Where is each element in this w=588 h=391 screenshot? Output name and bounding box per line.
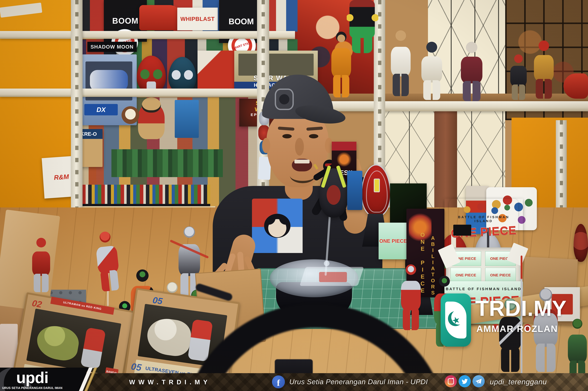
- box05-monster: [145, 316, 193, 358]
- figure-head: [136, 270, 148, 282]
- box02-hero: [80, 327, 106, 369]
- whipblast-box: WHIPBLAST: [177, 7, 218, 30]
- figure-body: [534, 55, 554, 81]
- box05-number-big: 05: [131, 361, 142, 373]
- boomco-label: BOOM: [112, 16, 139, 25]
- trdi-author-text: AMMAR ROZLAN: [476, 324, 558, 334]
- blue-mask-eye-left: [172, 70, 180, 80]
- photo-screenshot: BOOM SMART STICK WHIPBLAST BOOM SMART ST…: [0, 0, 588, 391]
- shadow-moon-stand: SHADOW MOON: [87, 42, 137, 52]
- footer-website-text: WWW.TRDI.MY: [129, 379, 211, 386]
- dx-bike-shape: [90, 70, 128, 91]
- man-nose-shadow: [295, 138, 304, 156]
- instagram-icon: [445, 375, 457, 387]
- figure-body: [461, 57, 482, 84]
- figure-body: [510, 66, 527, 86]
- army-figure-row: [111, 149, 223, 177]
- figure-head: [539, 40, 549, 51]
- updi-panel: ★ updi URUS SETIA PENERANGAN DARUL IMAN: [0, 368, 89, 391]
- facebook-f-glyph: f: [277, 378, 280, 388]
- red-popinica-toy: [564, 73, 588, 99]
- kabuto-red-box: [197, 51, 236, 90]
- op-packet-4-label: ONE PIECE: [490, 273, 511, 277]
- shelf-board-right: [296, 101, 588, 111]
- box05-number: 05: [152, 295, 163, 306]
- figure-legs: [333, 75, 349, 98]
- box02-window: [26, 308, 121, 376]
- figure-body: [96, 245, 119, 274]
- ooo-plush-boots: [352, 37, 372, 53]
- updi-logo-text: updi: [16, 369, 48, 387]
- figure-head: [406, 264, 416, 275]
- figure-head: [439, 276, 450, 287]
- v3-shelf-eye-left: [140, 69, 150, 79]
- v3-shelf-eye-right: [153, 69, 162, 79]
- figure-head: [514, 54, 523, 63]
- figure-body: [331, 48, 351, 78]
- action-figure-crown: [529, 40, 558, 99]
- action-figure-shanks: [506, 54, 531, 100]
- smart-stick-label-2: SMART STICK: [231, 41, 252, 50]
- boomco-label-2: BOOM: [229, 17, 254, 26]
- figure-legs: [403, 308, 419, 330]
- figure-head: [184, 226, 195, 238]
- tiny-figure-row: [79, 185, 210, 205]
- box02-monster: [34, 323, 81, 363]
- fes-red-band: [332, 142, 356, 151]
- figure-body: [401, 281, 421, 310]
- figure-legs: [393, 74, 409, 96]
- shelf-board-top-left: [0, 31, 295, 39]
- action-figure-red-right: [396, 264, 426, 330]
- figure-legs: [100, 270, 119, 292]
- fes-flame: [337, 152, 351, 167]
- updi-tagline-wrap: URUS SETIA PENERANGAN DARUL IMAN: [6, 386, 58, 390]
- instagram-lens-dot: [452, 378, 454, 379]
- mickey-face: [264, 214, 291, 238]
- man-ear-left: [262, 138, 270, 153]
- shadow-moon-label: SHADOW MOON: [91, 44, 134, 50]
- acrylic-joint: [324, 261, 329, 266]
- figure-head: [426, 42, 437, 53]
- ooo-plush-hands: [347, 14, 378, 21]
- op-header-card: BATTLE OF FISHMAN ISLAND ONE PIECE: [449, 198, 518, 249]
- trdi-logo-icon: ★: [441, 293, 471, 347]
- hot-wheels-cards: [347, 171, 362, 210]
- updi-tagline-text: URUS SETIA PENERANGAN DARUL IMAN: [2, 386, 62, 390]
- wizard-face-lines: [366, 171, 388, 212]
- figure-head: [36, 238, 46, 247]
- op-packet-4: ONE PIECE: [485, 268, 516, 283]
- kiva-face-red: [327, 185, 341, 205]
- blue-mask-eye-right: [184, 70, 193, 80]
- cap-ny-logo: [275, 89, 294, 110]
- man-eye-left: [282, 134, 292, 138]
- action-figure-whitebeard: [386, 30, 415, 96]
- figure-head: [466, 42, 477, 53]
- figure-head: [396, 30, 406, 41]
- figure-head: [336, 32, 347, 42]
- figure-body: [32, 251, 50, 276]
- figure-legs: [423, 80, 440, 100]
- whipblast-label: WHIPBLAST: [180, 16, 215, 22]
- figure-legs: [536, 79, 552, 99]
- box05-hero: [188, 319, 213, 362]
- figure-legs: [34, 274, 49, 292]
- hostage-window: [238, 54, 314, 76]
- action-figure-admiral-red: [456, 42, 487, 101]
- figure-legs: [512, 85, 525, 100]
- op-mini-title-wrap: ONE PIECE: [379, 234, 408, 248]
- blue-monster-box: [175, 100, 199, 138]
- box02-number: 02: [31, 298, 43, 309]
- op-jolly-roger-label: [453, 225, 471, 236]
- figure-head: [99, 231, 111, 243]
- man-goatee: [290, 168, 315, 183]
- dx-label-strip: DX: [84, 104, 118, 115]
- figure-legs: [463, 81, 480, 101]
- figure-legs: [501, 347, 520, 372]
- red-blaster: [139, 5, 181, 30]
- telegram-icon: [472, 375, 485, 387]
- facebook-page-text: Urus Setia Penerangan Darul Iman - UPDI: [289, 378, 428, 386]
- plush-football-face: [122, 106, 139, 124]
- action-figure-zx-red: [89, 230, 126, 293]
- mickey-shirt-patch: [252, 198, 302, 253]
- twitter-bird-glyph: [461, 378, 468, 385]
